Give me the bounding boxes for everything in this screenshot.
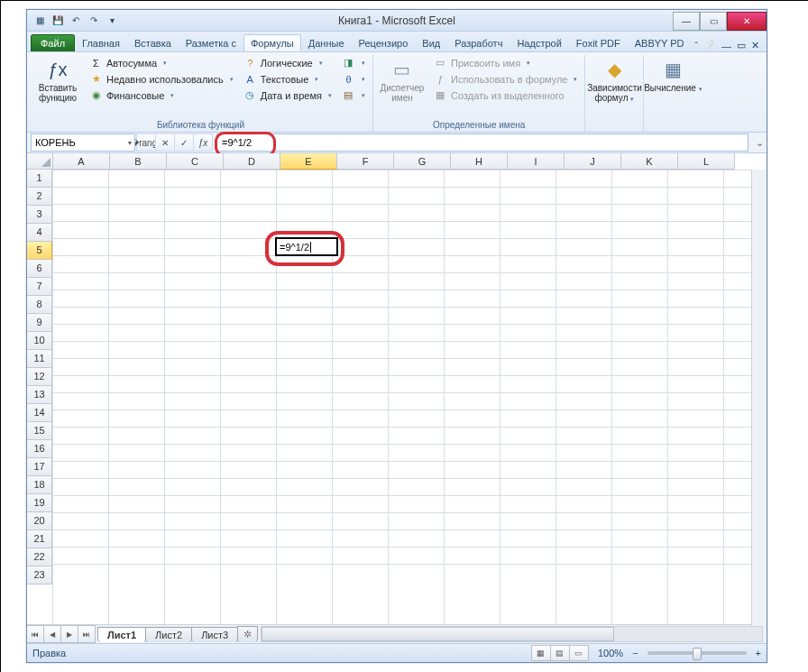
tab-insert[interactable]: Вставка [127,34,179,51]
undo-icon[interactable]: ↶ [69,14,83,28]
expand-formula-bar-icon[interactable]: ⌄ [752,137,767,149]
formula-auditing-button[interactable]: ◆ Зависимости формул [589,55,639,106]
tab-formulas[interactable]: Формулы [243,34,301,51]
sheet-tab-1[interactable]: Лист1 [97,627,146,642]
calculation-button[interactable]: ▦ Вычисление [647,55,698,96]
zoom-out-button[interactable]: − [632,648,638,658]
col-header-J[interactable]: J [565,153,621,170]
sheet-tab-2[interactable]: Лист2 [145,627,192,642]
financial-button[interactable]: ◉Финансовые [86,87,237,103]
recent-functions-button[interactable]: ★Недавно использовались [86,71,237,87]
horizontal-scrollbar[interactable] [261,626,763,642]
lookup-button[interactable]: ◨ [338,55,369,70]
minimize-ribbon-icon[interactable]: ˆ [694,41,698,51]
row-header-2[interactable]: 2 [27,188,52,206]
redo-icon[interactable]: ↷ [87,14,101,28]
row-header-18[interactable]: 18 [27,476,52,494]
tab-addins[interactable]: Надстрой [510,34,568,51]
row-header-15[interactable]: 15 [27,422,52,440]
formula-input[interactable]: =9^1/2 [216,133,748,152]
enter-formula-button[interactable]: ✓ [174,133,194,152]
sheet-nav-last[interactable]: ⏭ [78,625,96,643]
select-all-button[interactable] [27,153,53,170]
row-header-11[interactable]: 11 [27,350,52,368]
cancel-formula-button[interactable]: ✕ [155,133,175,152]
insert-function-icon[interactable]: ƒx [193,133,213,152]
hscroll-thumb[interactable] [262,627,613,641]
col-header-H[interactable]: H [451,153,508,170]
row-header-8[interactable]: 8 [27,296,52,314]
col-header-L[interactable]: L [678,153,735,170]
col-header-A[interactable]: A [53,153,110,170]
col-header-I[interactable]: I [508,153,565,170]
row-header-10[interactable]: 10 [27,332,52,350]
row-header-12[interactable]: 12 [27,368,52,386]
sheet-tab-3[interactable]: Лист3 [191,627,238,642]
col-header-K[interactable]: K [621,153,678,170]
row-header-9[interactable]: 9 [27,314,52,332]
range-select-icon[interactable]: �range [136,133,156,152]
tab-layout[interactable]: Разметка с [179,34,243,51]
autosum-button[interactable]: ΣАвтосумма [86,55,237,70]
name-manager-button[interactable]: ▭ Диспетчер имен [377,55,427,105]
row-header-19[interactable]: 19 [27,494,52,512]
zoom-level[interactable]: 100% [598,648,623,658]
row-header-14[interactable]: 14 [27,404,52,422]
cells-area[interactable]: =9^1/2 [52,170,767,624]
maximize-button[interactable]: ▭ [700,12,727,31]
row-header-6[interactable]: 6 [27,260,52,278]
col-header-E[interactable]: E [280,153,337,170]
datetime-button[interactable]: ◷Дата и время [240,87,335,103]
tab-foxit[interactable]: Foxit PDF [569,34,628,51]
col-header-B[interactable]: B [110,153,167,170]
vertical-scrollbar[interactable] [751,170,767,643]
qat-customize-icon[interactable]: ▾ [105,14,119,28]
col-header-F[interactable]: F [337,153,394,170]
row-header-20[interactable]: 20 [27,512,52,530]
text-button[interactable]: AТекстовые [240,71,335,87]
row-header-17[interactable]: 17 [27,458,52,476]
col-header-D[interactable]: D [224,153,280,170]
tab-data[interactable]: Данные [301,34,352,51]
logical-button[interactable]: ?Логические [240,55,335,70]
row-header-23[interactable]: 23 [27,566,52,585]
row-header-5[interactable]: 5 [27,242,52,260]
save-icon[interactable]: 💾 [50,14,65,28]
help-icon[interactable]: ❔ [703,40,716,51]
doc-restore-icon[interactable]: ▭ [737,40,746,51]
tab-view[interactable]: Вид [415,34,447,51]
math-button[interactable]: θ [338,71,369,87]
row-header-3[interactable]: 3 [27,206,52,224]
col-header-C[interactable]: C [167,153,224,170]
sheet-nav-next[interactable]: ▶ [60,625,78,643]
file-tab[interactable]: Файл [31,34,75,51]
minimize-button[interactable]: — [673,12,700,31]
sheet-nav-first[interactable]: ⏮ [27,625,44,643]
name-box[interactable]: КОРЕНЬ [31,133,135,152]
view-page-break-button[interactable]: ▭ [569,645,589,661]
zoom-slider[interactable] [647,651,747,655]
doc-min-icon[interactable]: — [721,41,731,51]
doc-close-icon[interactable]: ✕ [751,40,759,51]
active-cell[interactable]: =9^1/2 [275,237,338,256]
sheet-nav-prev[interactable]: ◀ [43,625,61,643]
tab-abbyy[interactable]: ABBYY PD [628,34,692,51]
row-header-21[interactable]: 21 [27,530,52,548]
row-header-1[interactable]: 1 [27,170,52,188]
row-header-22[interactable]: 22 [27,548,52,566]
close-button[interactable]: ✕ [727,12,767,31]
row-header-4[interactable]: 4 [27,224,52,242]
col-header-G[interactable]: G [394,153,451,170]
row-header-16[interactable]: 16 [27,440,52,458]
tab-review[interactable]: Рецензиро [352,34,416,51]
tab-developer[interactable]: Разработч [447,34,510,51]
more-functions-button[interactable]: ▤ [338,87,369,103]
view-normal-button[interactable]: ▦ [531,645,551,661]
tab-home[interactable]: Главная [75,34,127,51]
insert-sheet-button[interactable]: ✲ [237,626,258,642]
row-header-7[interactable]: 7 [27,278,52,296]
view-page-layout-button[interactable]: ▤ [550,645,570,661]
insert-function-button[interactable]: ƒx Вставить функцию [32,55,83,105]
zoom-in-button[interactable]: + [756,648,761,658]
row-header-13[interactable]: 13 [27,386,52,404]
